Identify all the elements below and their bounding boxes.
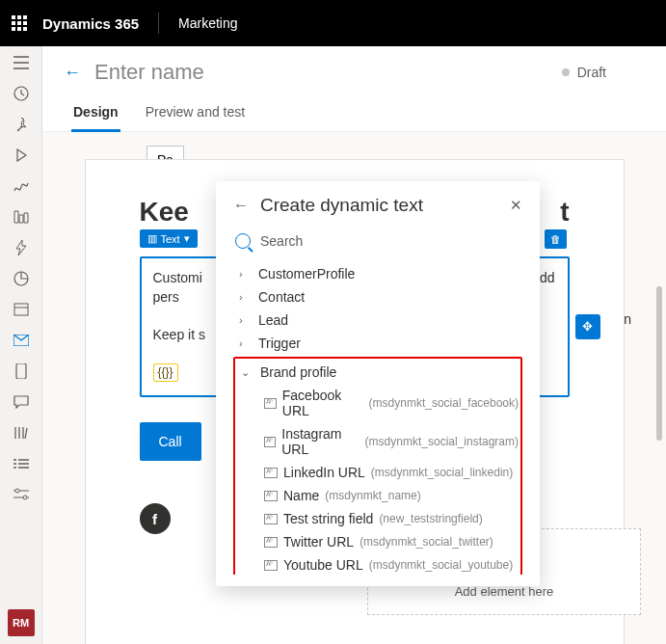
leaf-tech: (msdynmkt_social_linkedin) [371, 466, 513, 479]
para1-a: Customi [153, 270, 202, 285]
field-icon [264, 491, 278, 501]
play-icon[interactable] [13, 147, 30, 164]
tabs: Design Preview and test [42, 94, 666, 132]
tree-label: Brand profile [260, 364, 336, 380]
avatar[interactable]: RM [8, 609, 35, 636]
status-text: Draft [577, 65, 606, 80]
settings-icon[interactable] [13, 486, 30, 503]
facebook-icon[interactable]: f [140, 503, 171, 534]
main-area: ← Enter name Draft Design Preview and te… [42, 46, 666, 644]
tree-leaf-facebook[interactable]: Facebook URL (msdynmkt_social_facebook) [235, 384, 520, 422]
topbar: Dynamics 365 Marketing [0, 0, 666, 46]
attribute-tree: ›CustomerProfile ›Contact ›Lead ›Trigger… [233, 262, 522, 575]
flyout-title: Create dynamic text [260, 195, 498, 216]
app-launcher-icon[interactable] [12, 15, 27, 31]
flyout-close-icon[interactable]: ✕ [510, 197, 522, 214]
leaf-tech: (msdynmkt_social_youtube) [369, 558, 513, 572]
cta-button[interactable]: Call [140, 422, 201, 461]
para2-a: Keep it s [153, 327, 205, 342]
brand-name[interactable]: Dynamics 365 [42, 15, 139, 32]
selection-toolbar: ▥ Text ▾ 🔗 ⚞ 🗑 [140, 229, 198, 248]
page-header: ← Enter name Draft [42, 46, 666, 94]
field-icon [264, 468, 278, 478]
svg-rect-4 [16, 363, 26, 379]
leaf-label: Name [283, 488, 319, 503]
segments-icon[interactable] [13, 208, 30, 226]
tree-node-brandprofile[interactable]: ⌄Brand profile [235, 361, 520, 384]
menu-icon[interactable] [13, 54, 30, 71]
page-title[interactable]: Enter name [94, 60, 548, 85]
tab-preview[interactable]: Preview and test [144, 94, 248, 131]
field-icon [264, 437, 276, 447]
module-name: Marketing [178, 15, 237, 31]
tree-leaf-twitter[interactable]: Twitter URL (msdynmkt_social_twitter) [235, 530, 520, 553]
field-icon [264, 514, 278, 524]
divider [158, 13, 159, 34]
consent-icon[interactable] [13, 301, 30, 318]
tree-leaf-name[interactable]: Name (msdynmkt_name) [235, 484, 520, 507]
leaf-tech: (msdynmkt_social_twitter) [360, 535, 493, 549]
leaf-label: Youtube URL [283, 557, 363, 573]
field-icon [264, 560, 278, 571]
sms-icon[interactable] [13, 393, 30, 411]
dynamic-text-flyout: ← Create dynamic text ✕ Search ›Customer… [216, 181, 540, 586]
leaf-tech: (new_teststringfield) [379, 512, 482, 525]
move-handle-icon[interactable]: ✥ [575, 314, 600, 339]
tree-node-contact[interactable]: ›Contact [233, 285, 522, 309]
search-placeholder: Search [260, 233, 303, 249]
svg-point-6 [23, 496, 27, 499]
tree-label: CustomerProfile [258, 266, 355, 282]
tree-leaf-youtube[interactable]: Youtube URL (msdynmkt_social_youtube) [235, 553, 520, 575]
heading-part-b: t [560, 197, 569, 228]
leaf-label: LinkedIn URL [283, 465, 365, 480]
push-icon[interactable] [13, 362, 30, 380]
heading-part-a: Kee [140, 197, 189, 227]
tree-node-customerprofile[interactable]: ›CustomerProfile [233, 262, 522, 285]
brand-profile-highlight: ⌄Brand profile Facebook URL (msdynmkt_so… [233, 357, 522, 575]
left-nav-rail: RM [0, 46, 42, 644]
tree-leaf-teststring[interactable]: Test string field (new_teststringfield) [235, 507, 520, 530]
status-dot-icon [562, 68, 570, 76]
leaf-label: Test string field [283, 511, 373, 526]
svg-rect-2 [14, 304, 28, 315]
svg-point-5 [15, 489, 19, 493]
back-arrow-icon[interactable]: ← [64, 63, 81, 83]
leaf-tech: (msdynmkt_social_facebook) [369, 396, 519, 410]
pill-label: Text [161, 233, 180, 245]
flyout-search[interactable]: Search [233, 228, 522, 262]
leaf-label: Facebook URL [282, 388, 363, 418]
delete-pill-icon[interactable]: 🗑 [545, 229, 567, 249]
tree-node-lead[interactable]: ›Lead [233, 309, 522, 332]
tree-label: Lead [258, 312, 288, 328]
flyout-back-icon[interactable]: ← [233, 197, 249, 214]
tree-leaf-linkedin[interactable]: LinkedIn URL (msdynmkt_social_linkedin) [235, 461, 520, 484]
analytics-icon[interactable] [13, 270, 30, 287]
leaf-tech: (msdynmkt_name) [325, 489, 420, 502]
tab-design[interactable]: Design [71, 94, 120, 131]
triggers-icon[interactable] [13, 239, 30, 256]
leaf-tech: (msdynmkt_social_instagram) [365, 435, 519, 448]
tree-label: Trigger [258, 335, 301, 351]
journey-icon[interactable] [13, 177, 30, 195]
tree-label: Contact [258, 289, 305, 305]
canvas-scrollbar[interactable] [656, 286, 662, 441]
search-icon [235, 233, 251, 249]
leaf-label: Instagram URL [281, 426, 359, 457]
field-icon [264, 398, 277, 409]
pin-icon[interactable] [13, 116, 30, 133]
library-icon[interactable] [13, 424, 30, 442]
forms-icon[interactable] [13, 455, 30, 472]
leaf-label: Twitter URL [283, 534, 354, 550]
tree-node-trigger[interactable]: ›Trigger [233, 332, 522, 355]
email-icon[interactable] [13, 332, 30, 349]
field-icon [264, 537, 278, 548]
text-block-pill[interactable]: ▥ Text ▾ [140, 229, 198, 248]
personalization-token[interactable]: {{}} [153, 363, 178, 382]
recent-icon[interactable] [13, 85, 30, 102]
tree-leaf-instagram[interactable]: Instagram URL (msdynmkt_social_instagram… [235, 422, 520, 461]
status-badge: Draft [562, 65, 606, 80]
